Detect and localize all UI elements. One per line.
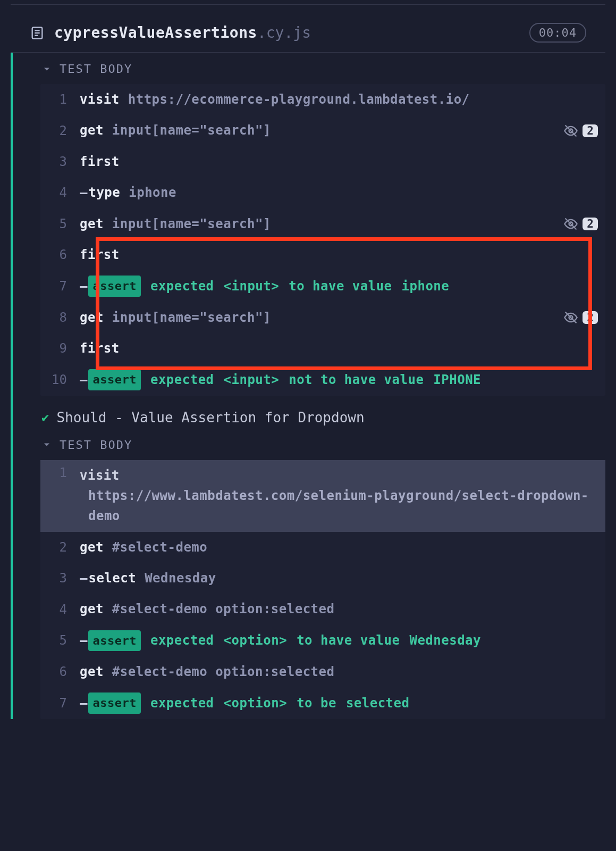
file-extension: .cy.js (257, 24, 311, 41)
element-count-badge: 2 (583, 218, 598, 230)
log-row[interactable]: 6 get #select-demo option:selected (40, 656, 605, 687)
log-row[interactable]: 4 – type iphone (40, 177, 605, 208)
file-icon (30, 26, 45, 40)
eye-off-icon (563, 310, 578, 325)
log-row[interactable]: 2 get input[name="search"] 2 (40, 115, 605, 146)
element-count-badge: 2 (583, 124, 598, 137)
command-log-2: 1 visit https://www.lambdatest.com/selen… (40, 460, 605, 719)
section-label: TEST BODY (60, 438, 132, 452)
chevron-down-icon (41, 64, 53, 74)
log-row[interactable]: 7 – assert expected <input> to have valu… (40, 270, 605, 302)
assert-badge: assert (88, 693, 140, 713)
duration-badge: 00:04 (529, 23, 586, 43)
log-row[interactable]: 1 visit https://www.lambdatest.com/selen… (40, 460, 605, 532)
test-name: Should - Value Assertion for Dropdown (56, 410, 364, 426)
command-log-1: 1 visit https://ecommerce-playground.lam… (40, 84, 605, 396)
log-row[interactable]: 2 get #select-demo (40, 532, 605, 563)
log-row[interactable]: 9 first (40, 333, 605, 364)
log-row[interactable]: 5 – assert expected <option> to have val… (40, 625, 605, 656)
log-row[interactable]: 7 – assert expected <option> to be selec… (40, 687, 605, 719)
element-count-badge: 2 (583, 311, 598, 324)
file-name: cypressValueAssertions (54, 24, 257, 41)
assert-badge: assert (88, 630, 140, 651)
log-row[interactable]: 1 visit https://ecommerce-playground.lam… (40, 84, 605, 115)
section-header-test-body-2[interactable]: TEST BODY (14, 429, 605, 457)
section-label: TEST BODY (60, 62, 132, 76)
log-row[interactable]: 10 – assert expected <input> not to have… (40, 364, 605, 395)
log-row[interactable]: 3 first (40, 146, 605, 177)
section-header-test-body-1[interactable]: TEST BODY (14, 53, 605, 81)
log-row[interactable]: 3 – select Wednesday (40, 563, 605, 594)
eye-off-icon (563, 123, 578, 138)
file-header: cypressValueAssertions.cy.js 00:04 (11, 14, 605, 53)
log-row[interactable]: 8 get input[name="search"] 2 (40, 302, 605, 333)
chevron-down-icon (41, 439, 53, 450)
log-row[interactable]: 4 get #select-demo option:selected (40, 594, 605, 624)
assert-badge: assert (88, 369, 140, 390)
log-row[interactable]: 5 get input[name="search"] 2 (40, 208, 605, 239)
assert-badge: assert (88, 276, 140, 296)
eye-off-icon (563, 216, 578, 231)
test-title-2[interactable]: ✔ Should - Value Assertion for Dropdown (14, 396, 605, 429)
check-icon: ✔ (41, 410, 49, 425)
log-row[interactable]: 6 first (40, 239, 605, 270)
